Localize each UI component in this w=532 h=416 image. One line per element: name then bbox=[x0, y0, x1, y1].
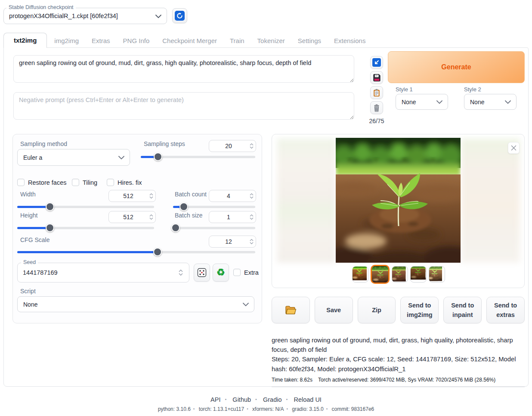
height-field bbox=[108, 211, 156, 223]
style1-dropdown[interactable]: None bbox=[396, 94, 448, 110]
tab-img2img[interactable]: img2img bbox=[48, 34, 85, 48]
extra-label: Extra bbox=[244, 269, 259, 276]
output-prompt-text: green sapling rowing out of ground, mud,… bbox=[272, 335, 525, 354]
reuse-seed-button[interactable]: ♻ bbox=[213, 264, 229, 282]
tab-txt2img[interactable]: txt2img bbox=[3, 33, 47, 48]
save-button[interactable]: Save bbox=[315, 297, 353, 323]
seed-input[interactable] bbox=[23, 263, 173, 282]
stepper-arrows-icon[interactable] bbox=[250, 214, 254, 220]
refresh-checkpoint-button[interactable] bbox=[172, 8, 187, 23]
style1-label: Style 1 bbox=[396, 86, 413, 93]
batch-count-input[interactable] bbox=[209, 190, 256, 202]
tab-tokenizer[interactable]: Tokenizer bbox=[251, 34, 291, 48]
sampling-steps-label: Sampling steps bbox=[144, 140, 185, 147]
reload-ui-link[interactable]: Reload UI bbox=[294, 396, 321, 403]
batch-count-slider[interactable] bbox=[173, 203, 255, 211]
tab-extensions[interactable]: Extensions bbox=[328, 34, 372, 48]
zip-label: Zip bbox=[372, 305, 381, 315]
github-link[interactable]: Github bbox=[232, 396, 251, 403]
txt2img-panel: green sapling rowing out of ground, mud,… bbox=[3, 47, 529, 387]
thumbnail-4[interactable] bbox=[410, 266, 427, 283]
send-to-extras-label: Send to extras bbox=[490, 301, 521, 320]
hires-fix-label: Hires. fix bbox=[118, 179, 142, 186]
style2-dropdown[interactable]: None bbox=[464, 94, 517, 110]
thumbnail-3[interactable] bbox=[392, 266, 408, 283]
folder-icon bbox=[285, 305, 296, 315]
close-gallery-button[interactable] bbox=[508, 142, 520, 154]
tab-extras[interactable]: Extras bbox=[85, 34, 117, 48]
sampling-steps-input[interactable] bbox=[209, 140, 256, 152]
floppy-disk-icon bbox=[373, 74, 381, 82]
thumbnail-1[interactable] bbox=[352, 266, 368, 283]
slider-handle[interactable] bbox=[153, 248, 162, 256]
stepper-arrows-icon[interactable] bbox=[149, 214, 153, 220]
checkpoint-value: protogenX34OfficialR_1.ckpt [60fe2f34] bbox=[9, 8, 118, 24]
batch-size-input[interactable] bbox=[209, 211, 256, 223]
slider-handle[interactable] bbox=[46, 224, 54, 232]
script-label: Script bbox=[20, 288, 36, 295]
chevron-down-icon bbox=[505, 100, 511, 104]
generated-image[interactable] bbox=[336, 138, 461, 263]
height-label: Height bbox=[20, 212, 37, 219]
recycle-icon: ♻ bbox=[217, 268, 225, 277]
api-link[interactable]: API bbox=[210, 396, 220, 403]
send-to-extras-button[interactable]: Send to extras bbox=[486, 297, 525, 323]
clear-prompt-button[interactable] bbox=[370, 101, 383, 114]
tab-settings[interactable]: Settings bbox=[291, 34, 328, 48]
stepper-arrows-icon[interactable] bbox=[250, 193, 254, 199]
apply-style-button[interactable] bbox=[370, 86, 383, 99]
stepper-arrows-icon[interactable] bbox=[179, 270, 183, 276]
negative-prompt-input[interactable] bbox=[13, 92, 354, 120]
width-input[interactable] bbox=[109, 190, 155, 202]
dot-separator: • bbox=[326, 407, 328, 411]
open-folder-button[interactable] bbox=[272, 297, 310, 323]
sampling-method-dropdown[interactable]: Euler a bbox=[17, 149, 130, 166]
commit-hash: commit: 983167e6 bbox=[332, 406, 374, 412]
gradio-link[interactable]: Gradio bbox=[263, 396, 282, 403]
thumbnail-2-selected[interactable] bbox=[371, 265, 390, 284]
batch-size-slider[interactable] bbox=[173, 224, 255, 232]
send-to-inpaint-button[interactable]: Send to inpaint bbox=[443, 297, 482, 323]
tab-png-info[interactable]: PNG Info bbox=[117, 34, 156, 48]
tab-train[interactable]: Train bbox=[223, 34, 251, 48]
hires-fix-checkbox[interactable]: Hires. fix bbox=[107, 179, 142, 186]
paste-params-button[interactable] bbox=[370, 56, 383, 69]
prompt-input[interactable]: green sapling rowing out of ground, mud,… bbox=[13, 55, 354, 83]
sampling-steps-field bbox=[209, 140, 256, 152]
restore-faces-checkbox[interactable]: Restore faces bbox=[17, 179, 66, 186]
chevron-down-icon bbox=[118, 156, 124, 159]
dice-icon bbox=[197, 268, 207, 277]
checkpoint-dropdown[interactable]: Stable Diffusion checkpoint protogenX34O… bbox=[3, 8, 167, 24]
dot-separator: • bbox=[247, 407, 248, 411]
slider-handle[interactable] bbox=[46, 202, 54, 211]
sampling-steps-slider[interactable] bbox=[141, 153, 255, 161]
output-performance-text: Time taken: 8.62s Torch active/reserved:… bbox=[272, 377, 525, 387]
height-slider[interactable] bbox=[17, 224, 154, 232]
slider-handle[interactable] bbox=[179, 202, 188, 211]
stepper-arrows-icon[interactable] bbox=[149, 193, 153, 199]
clipboard-icon bbox=[373, 89, 380, 97]
tiling-label: Tiling bbox=[83, 179, 97, 186]
thumbnail-5[interactable] bbox=[429, 266, 445, 283]
batch-count-label: Batch count bbox=[175, 191, 207, 198]
width-slider[interactable] bbox=[17, 203, 154, 211]
style2-value: None bbox=[470, 99, 484, 106]
tab-checkpoint-merger[interactable]: Checkpoint Merger bbox=[156, 34, 223, 48]
slider-handle[interactable] bbox=[171, 224, 180, 232]
save-style-button[interactable] bbox=[370, 71, 383, 84]
cfg-scale-input[interactable] bbox=[209, 236, 256, 247]
zip-button[interactable]: Zip bbox=[358, 297, 396, 323]
generate-button[interactable]: Generate bbox=[388, 51, 525, 83]
height-input[interactable] bbox=[109, 211, 155, 223]
extra-seed-checkbox[interactable]: Extra bbox=[233, 269, 259, 276]
slider-handle[interactable] bbox=[154, 152, 162, 161]
width-label: Width bbox=[20, 191, 36, 198]
tiling-checkbox[interactable]: Tiling bbox=[72, 179, 97, 186]
send-to-img2img-button[interactable]: Send to img2img bbox=[400, 297, 439, 323]
stepper-arrows-icon[interactable] bbox=[250, 143, 254, 149]
random-seed-button[interactable] bbox=[194, 264, 210, 282]
stepper-arrows-icon[interactable] bbox=[250, 239, 254, 245]
script-dropdown[interactable]: None bbox=[17, 296, 254, 312]
style1-value: None bbox=[402, 99, 416, 106]
cfg-scale-slider[interactable] bbox=[17, 248, 255, 256]
